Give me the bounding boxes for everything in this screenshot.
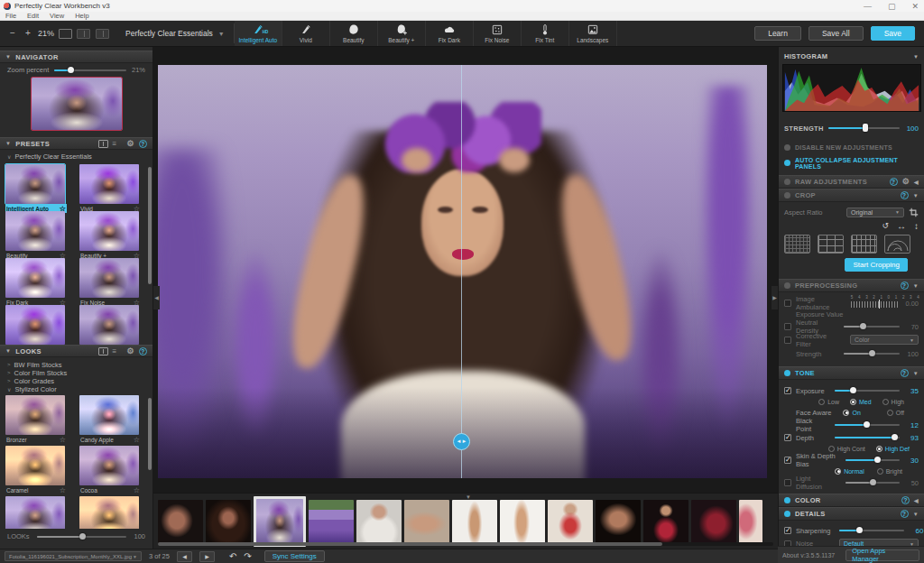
looks-strength-slider[interactable] [37,533,127,540]
collapsed-triangle-icon[interactable]: ◀ [914,179,919,185]
expanded-triangle-icon[interactable]: ▼ [913,371,919,376]
collapse-triangle-icon[interactable]: ▼ [913,54,919,60]
tool-vivid[interactable]: Vivid [282,21,330,46]
preset-item[interactable]: Vivid☆ [79,164,141,213]
start-cropping-button[interactable]: Start Cropping [845,258,908,272]
list-view-icon[interactable]: ≡ [113,140,123,148]
looks-group-row[interactable]: ∨Stylized Color [0,385,152,392]
exposure-slider[interactable] [835,387,900,394]
grid-overlay-spiral-button[interactable] [884,235,910,254]
preset-item[interactable]: Beautify +☆ [79,211,141,260]
star-icon[interactable]: ☆ [60,436,66,444]
crop-icon[interactable] [909,208,919,217]
flip-vertical-icon[interactable]: ↕ [914,221,919,231]
star-icon[interactable]: ☆ [134,436,140,444]
save-button[interactable]: Save [871,26,915,41]
star-icon[interactable]: ☆ [60,486,66,494]
tool-fix-dark[interactable]: Fix Dark [426,21,474,46]
menu-file[interactable]: File [5,12,16,20]
expanded-triangle-icon[interactable]: ▼ [913,283,919,289]
help-icon[interactable]: ? [901,510,909,518]
color-header[interactable]: COLOR ? ◀ [779,494,924,507]
expanded-triangle-icon[interactable]: ▼ [913,512,919,517]
filmstrip-thumb[interactable] [739,500,762,543]
depth-checkbox[interactable] [784,434,791,441]
skin-depth-bias-checkbox[interactable] [784,457,791,464]
depth-slider[interactable] [835,434,900,441]
radio-high-def[interactable]: High Def [876,446,910,452]
image-ambulance-checkbox[interactable] [784,300,791,307]
preset-item[interactable] [5,305,67,345]
collapsed-triangle-icon[interactable]: ◀ [914,497,919,503]
filmstrip-thumb[interactable] [309,500,354,543]
black-point-slider[interactable] [835,421,900,429]
tool-fix-noise[interactable]: Fix Noise [474,21,522,46]
single-view-button[interactable] [59,29,72,39]
neutral-density-checkbox[interactable] [784,323,791,330]
auto-collapse-toggle[interactable] [784,160,790,166]
filmstrip-scrollbar[interactable] [158,542,773,546]
gear-icon[interactable]: ⚙ [127,347,134,355]
tone-header[interactable]: TONE ? ▼ [779,366,924,380]
filmstrip-thumb[interactable] [643,500,688,543]
help-icon[interactable]: ? [901,369,909,377]
navigator-preview[interactable] [32,78,122,130]
thumbnail-view-icon[interactable] [98,347,108,355]
looks-group-row[interactable]: >Color Grades [0,377,152,384]
filename-dropdown[interactable]: Fotolia_116196021_Subscription_Monthly_X… [5,551,142,561]
sync-settings-button[interactable]: Sync Settings [264,550,325,562]
filmstrip-thumb[interactable] [452,500,497,543]
help-icon[interactable]: ? [901,191,909,199]
presets-header[interactable]: ▼ PRESETS ≡ ⚙ ? [0,137,152,150]
look-item[interactable] [5,496,67,529]
skin-depth-bias-slider[interactable] [845,457,900,464]
collapse-left-panel-icon[interactable]: ◀ [153,286,160,309]
close-button[interactable]: ✕ [911,2,919,11]
before-after-split-line[interactable] [461,65,462,478]
looks-group-row[interactable]: >Color Film Stocks [0,369,152,376]
filmstrip-thumb[interactable] [691,500,736,543]
list-view-icon[interactable]: ≡ [113,347,123,355]
radio-med[interactable]: Med [850,399,872,405]
thumbnail-view-icon[interactable] [98,140,108,148]
light-diffusion-slider[interactable] [845,479,900,486]
radio-normal[interactable]: Normal [835,468,864,475]
split-view-button[interactable] [77,29,90,39]
help-icon[interactable]: ? [890,178,898,186]
section-enabled-dot[interactable] [784,192,790,198]
look-item[interactable]: Candy Apple☆ [79,395,141,444]
tool-fix-tint[interactable]: Fix Tint [522,21,569,46]
crop-header[interactable]: CROP ? ▼ [779,189,924,202]
aspect-ratio-dropdown[interactable]: Original▼ [846,208,904,217]
presets-scrollbar[interactable] [148,167,152,284]
navigator-zoom-slider[interactable] [54,67,126,74]
look-item[interactable]: Caramel☆ [5,446,67,494]
light-diffusion-checkbox[interactable] [784,479,791,486]
tool-landscapes[interactable]: Landscapes [569,21,617,46]
preset-item[interactable] [79,305,141,345]
exposure-value-ruler[interactable]: 5 4 3 2 1 0 1 2 3 4 5 [851,297,900,309]
radio-bright[interactable]: Bright [877,468,902,475]
rotate-icon[interactable]: ↺ [882,221,889,230]
expanded-triangle-icon[interactable]: ▼ [913,193,919,198]
redo-icon[interactable]: ↷ [244,551,251,561]
preprocessing-strength-slider[interactable] [844,350,900,357]
section-enabled-dot[interactable] [784,497,790,503]
about-version[interactable]: About v:3.5.5.1137 [782,552,835,558]
menu-help[interactable]: Help [75,12,88,20]
preset-item[interactable]: Fix Noise☆ [79,258,141,307]
undo-icon[interactable]: ↶ [229,551,236,561]
image-canvas[interactable]: ◄► ◀ ▶ [153,47,778,493]
star-icon[interactable]: ☆ [134,486,140,494]
filmstrip-thumb[interactable] [596,500,641,543]
preset-group-row[interactable]: ∨ Perfectly Clear Essentials [0,152,152,160]
filmstrip-thumb[interactable] [158,500,203,543]
radio-high-cont[interactable]: High Cont [828,446,865,452]
maximize-button[interactable]: ▢ [888,2,896,11]
preset-item[interactable]: Fix Dark☆ [5,258,67,307]
help-icon[interactable]: ? [139,140,147,148]
minimize-button[interactable]: — [864,2,872,11]
strength-slider[interactable] [828,125,900,132]
next-image-button[interactable]: ▶ [199,551,215,562]
side-by-side-view-button[interactable] [96,29,109,39]
